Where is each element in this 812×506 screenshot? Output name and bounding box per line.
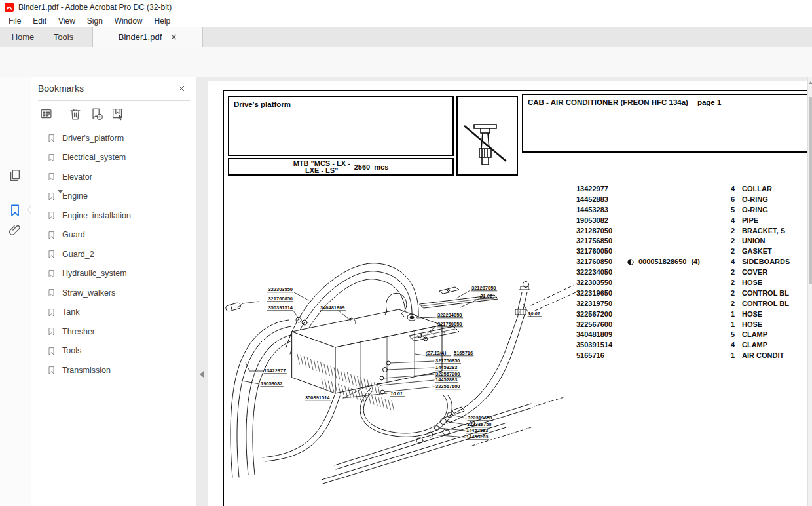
document-pane: Drive's platform MTB "MCS - LX - LXE - L… <box>208 77 807 506</box>
acrobat-logo-icon <box>5 3 14 12</box>
part-description: O-RING <box>742 205 768 216</box>
part-description: COLLAR <box>742 184 772 195</box>
part-description: CONTROL BL <box>742 299 789 309</box>
part-number: 322319750 <box>576 299 627 309</box>
diagram-callout-label: 321287050 <box>471 285 496 291</box>
header-box: CAB - AIR CONDITIONER (FREON HFC 134a) p… <box>522 94 807 153</box>
part-qty: 4 <box>726 216 735 226</box>
bookmark-icon <box>47 326 56 336</box>
bookmark-item[interactable]: Guard <box>31 225 196 245</box>
tab-tools[interactable]: Tools <box>47 27 80 47</box>
bookmark-item[interactable]: Driver's_platform <box>31 128 196 148</box>
panel-close-icon[interactable] <box>177 84 186 93</box>
bookmark-item[interactable]: Hydraulic_system <box>31 264 196 284</box>
part-description: HOSE <box>742 278 762 288</box>
menu-edit[interactable]: Edit <box>27 16 52 26</box>
no-lubrication-icon <box>458 97 517 173</box>
part-qty: 4 <box>726 340 735 351</box>
part-number: 13422977 <box>576 184 627 195</box>
diagram-callout-label: 322567600 <box>435 383 460 389</box>
part-number: 5165716 <box>576 351 627 361</box>
tab-document[interactable]: Binder1.pdf <box>92 27 203 47</box>
bookmark-icon <box>47 230 56 240</box>
attachments-icon[interactable] <box>8 223 22 237</box>
part-number: 322303550 <box>576 278 627 288</box>
collapse-panel-icon[interactable] <box>200 371 204 378</box>
scrollbar-thumb[interactable] <box>809 97 812 284</box>
bookmark-icon <box>47 346 56 356</box>
menu-sign[interactable]: Sign <box>81 16 109 26</box>
diagram-callout-label: 322319750 <box>467 421 492 427</box>
bookmarks-icon[interactable] <box>8 203 22 218</box>
diagram-callout-label: 350391514 <box>305 395 330 400</box>
bookmark-item[interactable]: Engine <box>31 187 196 206</box>
panel-collapse-strip <box>196 77 208 506</box>
parts-diagram: 3223035503217608503503915143404818093212… <box>223 249 577 506</box>
bookmark-item[interactable]: Tools <box>31 341 196 361</box>
menu-file[interactable]: File <box>3 16 27 26</box>
parts-row: 3217600502GASKET <box>576 246 790 257</box>
part-qty: 4 <box>726 257 735 267</box>
part-description: BRACKET, S <box>742 226 785 237</box>
parts-row: 321760850000051828650(4)4SIDEBOARDS <box>576 257 790 267</box>
delete-bookmark-icon[interactable] <box>68 107 84 123</box>
bookmark-item[interactable]: Engine_installation <box>31 206 196 225</box>
bookmark-item[interactable]: Straw_walkers <box>31 283 196 303</box>
bookmark-item-label: Hydraulic_system <box>62 269 127 278</box>
part-number: 14452883 <box>576 195 627 205</box>
part-qty: 6 <box>726 195 735 205</box>
nav-rail <box>0 77 31 506</box>
bookmarks-panel: Bookmarks Driver's_platformElectrical_sy… <box>31 77 196 506</box>
page-header-title: CAB - AIR CONDITIONER (FREON HFC 134a) <box>528 98 688 106</box>
menu-help[interactable]: Help <box>149 16 177 26</box>
bookmark-item-label: Elevator <box>62 172 92 182</box>
part-number: 350391514 <box>576 340 627 351</box>
diagram-callout-label: 10.01 <box>528 311 540 317</box>
part-number: 321760050 <box>576 246 627 257</box>
part-description: PIPE <box>742 216 758 226</box>
scroll-up-icon[interactable] <box>809 81 812 84</box>
diagram-callout-label: 14453283 <box>466 434 488 440</box>
parts-row: 3503915144CLAMP <box>576 340 790 351</box>
bookmark-item[interactable]: Electrical_system <box>31 148 196 168</box>
page-thumbnails-icon[interactable] <box>8 168 22 183</box>
parts-row: 3222340502COVER <box>576 267 790 278</box>
bookmark-item-label: Tank <box>62 307 79 317</box>
vertical-scrollbar[interactable] <box>807 77 812 506</box>
diagram-callout-label: 21.01 <box>479 293 492 299</box>
goto-bookmark-icon[interactable] <box>111 107 126 123</box>
tab-home[interactable]: Home <box>8 27 38 47</box>
part-number: 322567600 <box>576 320 627 330</box>
parts-row: 3404818095CLAMP <box>576 330 790 340</box>
bookmark-item[interactable]: Transmission <box>31 360 196 380</box>
bookmarks-panel-title: Bookmarks <box>38 83 84 94</box>
bookmark-item-label: Engine <box>62 191 88 201</box>
part-number: 322319650 <box>576 288 627 299</box>
parts-row: 3225676001HOSE <box>576 320 790 330</box>
bookmark-icon <box>47 249 56 259</box>
parts-row: 3223196502CONTROL BL <box>576 288 790 299</box>
bookmark-icon <box>47 191 56 201</box>
part-qty: 5 <box>726 205 735 216</box>
bookmark-item[interactable]: Tank <box>31 303 196 322</box>
diagram-callout-label: 13422977 <box>264 368 286 374</box>
part-number: 322234050 <box>576 267 627 278</box>
part-qty: 1 <box>726 309 735 320</box>
bookmark-icon <box>47 307 56 317</box>
parts-row: 3223197502CONTROL BL <box>576 299 790 309</box>
part-description: HOSE <box>742 309 762 320</box>
bookmark-item[interactable]: Thresher <box>31 322 196 341</box>
parts-list: 134229774COLLAR144528836O-RING144532835O… <box>576 184 790 361</box>
part-description: CLAMP <box>742 330 767 340</box>
bookmark-options-icon[interactable] <box>39 107 55 123</box>
add-bookmark-icon[interactable] <box>90 107 105 123</box>
parts-row: 190530824PIPE <box>576 216 790 226</box>
menu-view[interactable]: View <box>52 16 81 26</box>
part-description: AIR CONDIT <box>742 351 784 361</box>
bookmark-item[interactable]: Elevator <box>31 167 196 187</box>
bookmark-item[interactable]: Guard_2 <box>31 244 196 264</box>
bookmark-icon <box>47 133 56 143</box>
tab-close-icon[interactable] <box>171 34 177 40</box>
part-note: 000051828650(4) <box>627 257 726 267</box>
menu-window[interactable]: Window <box>109 16 149 26</box>
